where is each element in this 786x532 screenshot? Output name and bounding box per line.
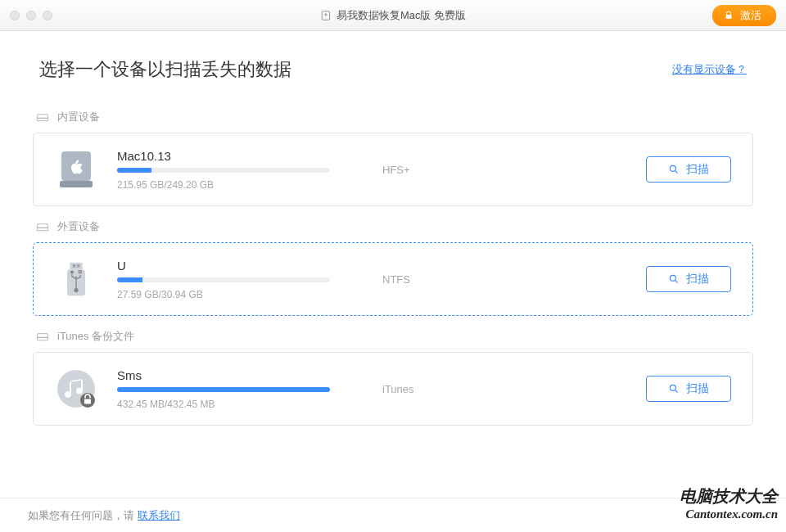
footer: 如果您有任何问题，请 联系我们 (0, 498, 786, 532)
drive-icon (36, 221, 49, 232)
usage-bar (117, 387, 330, 392)
usage-bar (117, 277, 330, 282)
device-name: Mac10.13 (117, 149, 330, 163)
zoom-dot[interactable] (43, 11, 52, 20)
device-filesystem: iTunes (350, 383, 626, 395)
watermark-line1: 电脑技术大全 (680, 486, 778, 507)
svg-rect-2 (37, 118, 47, 120)
drive-icon (36, 111, 49, 123)
svg-rect-13 (79, 271, 81, 273)
section-header-itunes: iTunes 备份文件 (36, 329, 750, 344)
svg-rect-6 (37, 228, 47, 230)
window-controls (10, 11, 52, 20)
device-info: Mac10.13 215.95 GB/249.20 GB (117, 149, 330, 191)
drive-icon (36, 331, 49, 342)
search-icon (668, 273, 680, 285)
watermark: 电脑技术大全 Cantontex.com.cn (680, 486, 778, 522)
usb-drive-icon (55, 258, 97, 300)
svg-rect-9 (77, 264, 79, 267)
device-filesystem: HFS+ (350, 164, 626, 176)
section-label: iTunes 备份文件 (57, 329, 134, 344)
footer-help-text: 如果您有任何问题，请 (28, 508, 134, 523)
usage-bar (117, 168, 330, 173)
activate-label: 激活 (740, 8, 761, 23)
svg-rect-1 (726, 15, 732, 19)
svg-rect-18 (84, 399, 92, 404)
svg-rect-15 (37, 337, 47, 340)
no-device-link[interactable]: 没有显示设备？ (672, 62, 747, 77)
device-name: Sms (117, 368, 330, 382)
svg-rect-7 (70, 263, 82, 269)
section-header-internal: 内置设备 (36, 110, 750, 124)
search-icon (668, 383, 680, 394)
scan-label: 扫描 (686, 381, 709, 396)
section-label: 外置设备 (57, 219, 100, 234)
scan-button[interactable]: 扫描 (646, 156, 731, 183)
page-title: 选择一个设备以扫描丢失的数据 (39, 57, 291, 82)
lock-icon (724, 11, 734, 20)
device-size: 432.45 MB/432.45 MB (117, 399, 330, 410)
activate-button[interactable]: 激活 (712, 5, 776, 26)
app-title-text: 易我数据恢复Mac版 免费版 (337, 8, 466, 23)
scan-button[interactable]: 扫描 (646, 376, 731, 402)
hard-drive-icon (55, 148, 97, 191)
device-filesystem: NTFS (350, 273, 626, 286)
recover-icon (320, 10, 332, 21)
usage-fill (117, 277, 142, 282)
device-name: U (117, 259, 330, 273)
section-label: 内置设备 (57, 110, 100, 124)
device-info: Sms 432.45 MB/432.45 MB (117, 368, 330, 410)
search-icon (668, 164, 680, 175)
device-card-internal[interactable]: Mac10.13 215.95 GB/249.20 GB HFS+ 扫描 (33, 133, 753, 206)
svg-rect-4 (60, 181, 93, 187)
scan-button[interactable]: 扫描 (646, 266, 731, 292)
minimize-dot[interactable] (26, 11, 36, 20)
usage-fill (117, 168, 151, 173)
device-size: 215.95 GB/249.20 GB (117, 179, 330, 191)
title-bar: 易我数据恢复Mac版 免费版 激活 (0, 0, 786, 31)
device-info: U 27.59 GB/30.94 GB (117, 259, 330, 300)
svg-point-12 (71, 271, 74, 273)
content: 内置设备 Mac10.13 215.95 GB/249.20 GB HFS+ 扫… (0, 110, 786, 426)
usage-fill (117, 387, 330, 392)
contact-us-link[interactable]: 联系我们 (138, 508, 180, 523)
scan-label: 扫描 (686, 162, 709, 177)
header-row: 选择一个设备以扫描丢失的数据 没有显示设备？ (0, 31, 786, 97)
device-size: 27.59 GB/30.94 GB (117, 289, 330, 300)
close-dot[interactable] (10, 11, 20, 20)
svg-point-14 (670, 275, 675, 281)
app-title: 易我数据恢复Mac版 免费版 (320, 8, 466, 23)
svg-point-5 (670, 165, 675, 171)
section-header-external: 外置设备 (36, 219, 750, 234)
device-card-itunes[interactable]: Sms 432.45 MB/432.45 MB iTunes 扫描 (33, 352, 753, 426)
watermark-line2: Cantontex.com.cn (680, 507, 778, 522)
scan-label: 扫描 (686, 272, 709, 286)
svg-rect-8 (73, 264, 75, 267)
svg-point-19 (670, 385, 675, 390)
itunes-backup-icon (55, 367, 97, 410)
device-card-external[interactable]: U 27.59 GB/30.94 GB NTFS 扫描 (33, 242, 753, 316)
